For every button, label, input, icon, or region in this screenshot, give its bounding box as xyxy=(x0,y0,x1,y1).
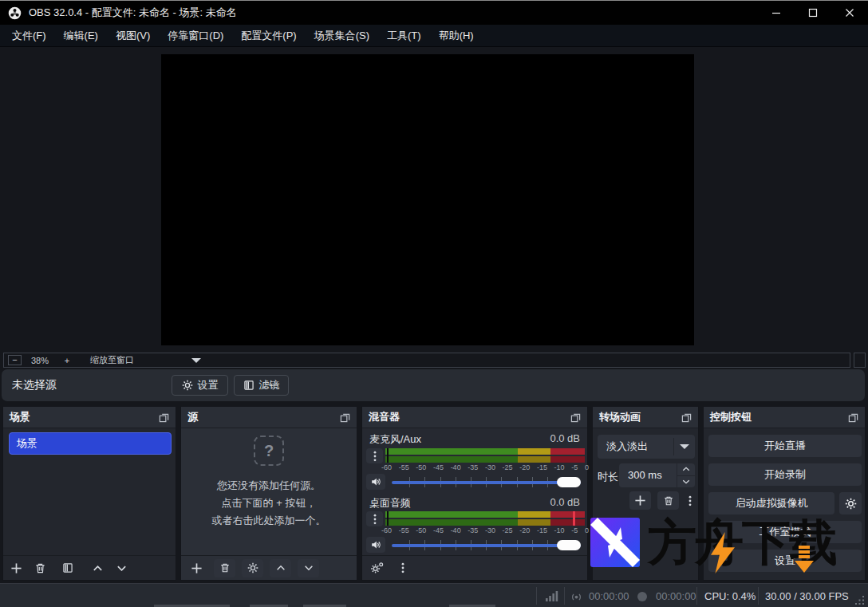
status-divider xyxy=(536,587,537,605)
source-filters-button[interactable]: 滤镜 xyxy=(234,375,289,396)
meter-tick-label: -10 xyxy=(554,463,565,471)
scenes-dock-title: 场景 xyxy=(10,410,30,424)
start-virtual-camera-button[interactable]: 启动虚拟摄像机 xyxy=(708,492,834,514)
sources-toolbar xyxy=(181,555,357,580)
meter-stripe xyxy=(385,448,585,455)
menu-help[interactable]: 帮助(H) xyxy=(430,26,483,46)
move-scene-down-button[interactable] xyxy=(116,562,128,574)
add-source-button[interactable] xyxy=(191,562,203,574)
studio-mode-button[interactable]: 工作室模式 xyxy=(708,521,862,543)
close-button[interactable] xyxy=(831,1,868,25)
channel-menu-button[interactable] xyxy=(366,448,383,463)
sources-empty-line1: 您还没有添加任何源。 xyxy=(212,477,326,495)
spin-down-button[interactable] xyxy=(677,476,695,488)
popout-icon[interactable] xyxy=(848,412,858,423)
scene-filters-button[interactable] xyxy=(62,562,73,573)
duration-label: 时长 xyxy=(598,470,618,484)
source-filters-label: 滤镜 xyxy=(259,378,280,392)
meter-tick-label: 0 xyxy=(585,463,589,471)
menu-tools[interactable]: 工具(T) xyxy=(378,26,430,46)
mixer-menu-icon[interactable] xyxy=(401,562,404,573)
mixer-channel-mic-row: 麦克风/Aux 0.0 dB xyxy=(369,432,580,447)
scene-name: 场景 xyxy=(17,436,37,451)
meter-stripe xyxy=(385,519,585,526)
meter-scale: -60 -55 -50 -45 -40 -35 -30 -25 -20 -15 … xyxy=(381,463,589,471)
remove-transition-button[interactable] xyxy=(657,491,679,510)
preview-canvas[interactable] xyxy=(161,54,694,345)
zoom-fit-dropdown-label[interactable]: 缩放至窗口 xyxy=(90,354,134,366)
settings-button[interactable]: 设置 xyxy=(708,550,862,572)
minimize-button[interactable] xyxy=(758,1,795,25)
scene-transitions-dock: 转场动画 淡入淡出 时长 300 ms xyxy=(592,406,699,581)
transition-duration-spinbox[interactable]: 300 ms xyxy=(619,463,695,487)
move-source-down-button[interactable] xyxy=(298,559,319,577)
volume-slider[interactable] xyxy=(392,477,581,487)
move-scene-up-button[interactable] xyxy=(92,562,104,574)
duration-value: 300 ms xyxy=(628,469,662,481)
mute-toggle-button[interactable] xyxy=(366,474,385,490)
source-properties-toolbar-button[interactable] xyxy=(242,559,263,577)
menu-profile[interactable]: 配置文件(P) xyxy=(232,26,305,46)
menu-file[interactable]: 文件(F) xyxy=(3,26,55,46)
volume-meter xyxy=(385,448,585,463)
sources-dock-title: 源 xyxy=(187,410,198,424)
status-divider xyxy=(758,587,759,605)
transition-selected-value: 淡入淡出 xyxy=(598,439,648,454)
channel-menu-button[interactable] xyxy=(366,511,383,526)
filter-icon xyxy=(243,380,254,391)
transitions-toolbar xyxy=(593,491,698,510)
zoom-bar-side-box[interactable] xyxy=(854,353,866,368)
scenes-dock-header: 场景 xyxy=(3,407,176,428)
sources-empty-state[interactable]: ? 您还没有添加任何源。 点击下面的 + 按钮， 或者右击此处添加一个。 xyxy=(181,436,357,530)
add-transition-button[interactable] xyxy=(629,491,651,510)
menu-view[interactable]: 视图(V) xyxy=(107,26,159,46)
mute-toggle-button[interactable] xyxy=(366,537,385,553)
channel-level-db: 0.0 dB xyxy=(550,432,580,447)
window-controls xyxy=(758,1,868,25)
chevron-down-icon[interactable] xyxy=(191,358,201,363)
scene-list-item-selected[interactable]: 场景 xyxy=(9,432,172,455)
obs-main-window: OBS 32.0.4 - 配置文件: 未命名 - 场景: 未命名 文件(F) 编… xyxy=(0,0,868,607)
mixer-toolbar xyxy=(362,555,587,580)
move-source-up-button[interactable] xyxy=(270,559,291,577)
add-scene-button[interactable] xyxy=(10,562,22,574)
remove-scene-button[interactable] xyxy=(34,562,46,574)
zoom-level: 38% xyxy=(31,356,57,365)
maximize-button[interactable] xyxy=(795,1,831,25)
meter-tick-label: -5 xyxy=(571,526,578,534)
popout-icon[interactable] xyxy=(681,412,692,423)
scenes-dock: 场景 场景 xyxy=(2,406,176,581)
popout-icon[interactable] xyxy=(340,412,350,423)
transition-select[interactable]: 淡入淡出 xyxy=(598,435,695,459)
menu-docks[interactable]: 停靠窗口(D) xyxy=(159,26,232,46)
title-bar: OBS 32.0.4 - 配置文件: 未命名 - 场景: 未命名 xyxy=(0,1,868,25)
volume-meter xyxy=(385,511,585,526)
remove-source-button[interactable] xyxy=(214,559,235,577)
channel-level-db: 0.0 dB xyxy=(550,496,580,510)
popout-icon[interactable] xyxy=(570,412,581,423)
meter-tick-label: -60 xyxy=(381,526,392,534)
meter-tick-label: -45 xyxy=(433,463,444,471)
start-streaming-button[interactable]: 开始直播 xyxy=(708,435,862,457)
virtual-camera-settings-button[interactable] xyxy=(839,492,862,514)
slider-handle[interactable] xyxy=(557,477,581,487)
resize-grip[interactable] xyxy=(855,596,865,605)
advanced-audio-properties-icon[interactable] xyxy=(370,562,384,574)
source-context-bar: 未选择源 设置 滤镜 xyxy=(2,369,865,401)
spin-up-button[interactable] xyxy=(677,463,695,476)
meter-tick-label: -50 xyxy=(416,463,426,471)
obs-logo-icon xyxy=(8,6,22,20)
menu-edit[interactable]: 编辑(E) xyxy=(55,26,107,46)
zoom-in-button[interactable]: + xyxy=(61,356,73,365)
zoom-out-button[interactable]: − xyxy=(8,355,22,365)
source-properties-button[interactable]: 设置 xyxy=(172,375,228,396)
transition-properties-menu-icon[interactable] xyxy=(688,495,692,506)
start-recording-button[interactable]: 开始录制 xyxy=(708,463,862,486)
status-divider xyxy=(696,587,697,605)
menu-scene-collection[interactable]: 场景集合(S) xyxy=(306,26,378,46)
slider-handle[interactable] xyxy=(557,540,581,550)
meter-tick-label: -15 xyxy=(537,526,547,534)
no-source-selected-label: 未选择源 xyxy=(12,378,57,392)
popout-icon[interactable] xyxy=(159,412,169,423)
volume-slider[interactable] xyxy=(392,540,581,550)
